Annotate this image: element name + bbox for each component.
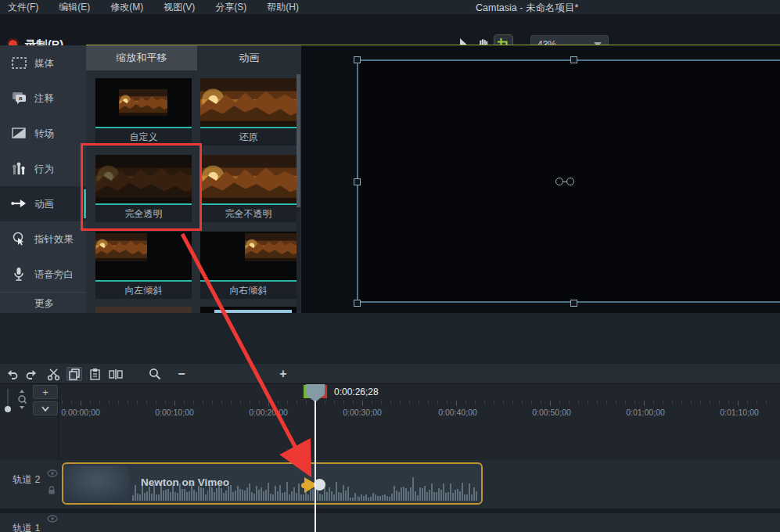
menu-file[interactable]: 文件(F) <box>8 1 38 14</box>
sidebar-item-label: 语音旁白 <box>34 268 74 282</box>
add-track-button[interactable]: + <box>33 385 58 399</box>
track-2-row[interactable]: 轨道 2 Newton on Vimeo <box>0 460 780 509</box>
ruler-label: 0:00:30;00 <box>343 408 382 417</box>
menu-bar: 文件(F) 编辑(E) 修改(M) 视图(V) 分享(S) 帮助(H) <box>0 0 780 14</box>
highlight-box <box>81 143 202 231</box>
preset-thumbnail <box>95 233 147 261</box>
minus-icon: − <box>178 367 185 381</box>
ruler-label: 0:00:40;00 <box>438 408 477 417</box>
preview-canvas[interactable] <box>301 45 780 313</box>
transition-icon <box>11 125 27 141</box>
sidebar-item-label: 动画 <box>34 198 54 211</box>
timeline-clip[interactable]: Newton on Vimeo <box>62 462 483 505</box>
ruler-label: 0:00:00;00 <box>61 408 100 417</box>
sidebar-item-animations[interactable]: 动画 <box>0 186 86 221</box>
clip-title: Newton on Vimeo <box>141 476 229 488</box>
resize-handle-left-mid[interactable] <box>354 178 361 185</box>
sidebar-item-label: 转场 <box>34 128 54 141</box>
ruler-label: 0:00:10;00 <box>155 408 194 417</box>
sidebar-item-transitions[interactable]: 转场 <box>0 116 86 151</box>
rotation-handle-icon[interactable] <box>566 178 574 185</box>
sidebar-more-button[interactable]: 更多 <box>0 292 86 313</box>
camtasia-window: 文件(F) 编辑(E) 修改(M) 视图(V) 分享(S) 帮助(H) Camt… <box>0 0 780 532</box>
panel-scrollbar[interactable] <box>297 74 300 311</box>
behaviors-icon <box>11 160 27 176</box>
ruler-label: 0:01:00;00 <box>626 408 665 417</box>
preset-tilt-right[interactable]: 向右倾斜 <box>200 232 297 299</box>
playhead-line[interactable] <box>315 401 316 532</box>
preset-label: 还原 <box>200 128 297 146</box>
preset-tilt-left[interactable]: 向左倾斜 <box>95 232 192 299</box>
cut-button[interactable] <box>45 367 61 381</box>
menu-view[interactable]: 视图(V) <box>164 1 195 14</box>
paste-button[interactable] <box>87 367 102 381</box>
lock-icon[interactable] <box>47 486 58 494</box>
preset-label: 完全不透明 <box>200 205 297 222</box>
timeline-zoom-icon <box>147 367 163 381</box>
track-2-name: 轨道 2 <box>13 473 40 487</box>
panel-scrollbar-thumb[interactable] <box>297 74 300 207</box>
copy-button[interactable] <box>66 367 82 381</box>
resize-handle-bottom-mid[interactable] <box>570 300 577 307</box>
timeline-toolbar: − + <box>0 364 780 384</box>
microphone-icon <box>11 266 27 282</box>
plus-icon: + <box>279 367 286 381</box>
timeline-ruler[interactable]: 0:00:00;00 0:00:10;00 0:00:20;00 0:00:30… <box>59 401 780 422</box>
sidebar-item-label: 行为 <box>34 163 54 176</box>
zoom-in-button[interactable]: + <box>275 367 291 381</box>
playhead-handle[interactable] <box>306 384 325 402</box>
preset-restore[interactable]: 还原 <box>200 78 297 146</box>
menu-help[interactable]: 帮助(H) <box>267 1 299 14</box>
callout-icon: a <box>11 90 27 106</box>
preset-thumbnail <box>95 307 192 313</box>
playhead-time: 0:00:26;28 <box>334 386 379 397</box>
sidebar-more-label: 更多 <box>34 297 54 311</box>
sidebar-item-label: 注释 <box>34 92 54 106</box>
sidebar-item-voice-narration[interactable]: 语音旁白 <box>0 257 86 292</box>
preset-thumbnail <box>245 233 297 261</box>
preset-partial-left[interactable] <box>95 307 192 313</box>
window-title: Camtasia - 未命名项目* <box>476 2 578 15</box>
preset-label: 向左倾斜 <box>95 282 192 299</box>
track-1-row[interactable]: 轨道 1 <box>0 513 780 532</box>
track-options-button[interactable] <box>33 401 58 415</box>
preset-thumbnail <box>200 78 297 127</box>
resize-handle-top-mid[interactable] <box>570 56 577 63</box>
menu-modify[interactable]: 修改(M) <box>110 1 143 14</box>
menu-share[interactable]: 分享(S) <box>215 1 246 14</box>
ruler-label: 0:00:20;00 <box>249 408 288 417</box>
top-toolbar: 录制(R) 43% <box>0 14 780 45</box>
tab-zoom-and-pan[interactable]: 缩放和平移 <box>86 45 197 70</box>
cursor-magnifier-icon <box>11 231 27 246</box>
preset-thumbnail <box>119 89 167 116</box>
sidebar-item-media[interactable]: 媒体 <box>0 45 86 81</box>
resize-handle-top-left[interactable] <box>354 56 361 63</box>
sidebar: 媒体 a 注释 转场 <box>0 45 86 313</box>
player-bar: 0: <box>0 313 780 364</box>
film-icon <box>11 55 27 70</box>
animation-arrow-icon <box>11 196 27 211</box>
preset-custom[interactable]: 自定义 <box>95 78 192 146</box>
tab-animations[interactable]: 动画 <box>197 45 301 70</box>
track-height-slider-handle[interactable] <box>5 406 11 412</box>
undo-button[interactable] <box>5 367 20 381</box>
sidebar-item-label: 媒体 <box>34 57 54 70</box>
redo-button[interactable] <box>23 367 39 381</box>
sidebar-item-label: 指针效果 <box>34 233 74 246</box>
rotation-handle-link <box>563 182 567 183</box>
resize-handle-bottom-left[interactable] <box>354 300 361 307</box>
split-button[interactable] <box>108 367 124 381</box>
clip-thumbnail <box>65 466 129 501</box>
eye-icon[interactable] <box>47 515 58 523</box>
zoom-out-button[interactable]: − <box>174 367 189 381</box>
menu-edit[interactable]: 编辑(E) <box>59 1 90 14</box>
preset-partial-right[interactable] <box>200 307 297 313</box>
sidebar-item-cursor-effects[interactable]: 指针效果 <box>0 221 86 257</box>
eye-icon[interactable] <box>47 469 58 478</box>
sidebar-item-behaviors[interactable]: 行为 <box>0 151 86 186</box>
preset-fully-opaque[interactable]: 完全不透明 <box>200 155 297 222</box>
preset-label: 向右倾斜 <box>200 282 297 299</box>
timeline: + 0:00:00;00 0:00:10;00 0:00:20;00 0:00:… <box>0 384 780 532</box>
sidebar-item-annotations[interactable]: a 注释 <box>0 81 86 116</box>
zoom-to-fit-icon[interactable] <box>16 390 28 410</box>
